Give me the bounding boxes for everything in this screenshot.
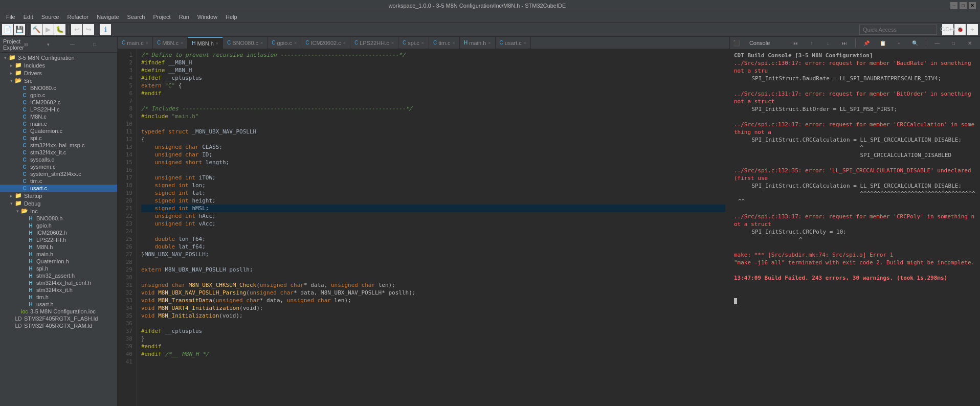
close-button[interactable]: ✕ bbox=[969, 2, 976, 9]
explorer-maximize-icon[interactable]: □ bbox=[93, 42, 114, 47]
tree-item-Quaternion-c[interactable]: CQuaternion.c bbox=[0, 127, 117, 134]
editor-tab-spic[interactable]: Cspi.c× bbox=[398, 37, 429, 49]
quick-access-input[interactable] bbox=[859, 25, 937, 35]
menu-item-search[interactable]: Search bbox=[123, 13, 149, 21]
editor-tab-ICM20602c[interactable]: CICM20602.c× bbox=[301, 37, 350, 49]
tree-item-BNO080-h[interactable]: HBNO080.h bbox=[0, 215, 117, 222]
perspective-c-button[interactable]: C/C++ bbox=[942, 24, 953, 35]
tree-item-stm32f4xx-hal-msp-c[interactable]: Cstm32f4xx_hal_msp.c bbox=[0, 142, 117, 149]
tab-close-button[interactable]: × bbox=[488, 40, 491, 46]
save-button[interactable]: 💾 bbox=[14, 24, 25, 35]
tree-item-stm32-assert-h[interactable]: Hstm32_assert.h bbox=[0, 272, 117, 279]
tab-close-button[interactable]: × bbox=[216, 41, 218, 46]
tree-item-Includes[interactable]: ▸📁Includes bbox=[0, 61, 117, 69]
menu-item-navigate[interactable]: Navigate bbox=[93, 13, 123, 21]
menu-item-refactor[interactable]: Refactor bbox=[63, 13, 93, 21]
redo-button[interactable]: ↪ bbox=[83, 24, 94, 35]
run-button[interactable]: ▶ bbox=[42, 24, 54, 35]
explorer-icon-1[interactable]: ⊞ bbox=[24, 42, 45, 47]
explorer-icon-2[interactable]: ▾ bbox=[47, 42, 68, 47]
editor-tab-M8Nh[interactable]: HM8N.h× bbox=[188, 37, 223, 49]
tree-item-main-h[interactable]: Hmain.h bbox=[0, 251, 117, 258]
editor-tab-gpioc[interactable]: Cgpio.c× bbox=[268, 37, 301, 49]
tree-item-gpio-h[interactable]: Hgpio.h bbox=[0, 222, 117, 229]
tree-item-Inc[interactable]: ▾📂Inc bbox=[0, 207, 117, 215]
editor-tab-mainc[interactable]: Cmain.c× bbox=[118, 37, 153, 49]
tree-item-system-stm32f4xx-c[interactable]: Csystem_stm32f4xx.c bbox=[0, 170, 117, 177]
tree-item-Quaternion-h[interactable]: HQuaternion.h bbox=[0, 258, 117, 265]
tab-close-button[interactable]: × bbox=[452, 40, 455, 46]
tree-item-gpio-c[interactable]: Cgpio.c bbox=[0, 92, 117, 99]
tree-item-BNO080-c[interactable]: CBNO080.c bbox=[0, 84, 117, 92]
console-prev-button[interactable]: ↑ bbox=[805, 39, 819, 47]
tab-close-button[interactable]: × bbox=[146, 40, 148, 46]
tree-item-3-5-M8N-Configuration[interactable]: ▾📁3-5 M8N Configuration bbox=[0, 54, 117, 61]
explorer-minimize-icon[interactable]: — bbox=[70, 42, 91, 47]
menu-item-project[interactable]: Project bbox=[149, 13, 174, 21]
tree-item-syscalls-c[interactable]: Csyscalls.c bbox=[0, 156, 117, 163]
tree-item-spi-c[interactable]: Cspi.c bbox=[0, 134, 117, 142]
tab-close-button[interactable]: × bbox=[524, 40, 526, 46]
console-pin-button[interactable]: 📌 bbox=[859, 39, 874, 47]
menu-item-file[interactable]: File bbox=[2, 13, 19, 21]
console-filter-button[interactable]: 🔍 bbox=[908, 39, 922, 47]
editor-tab-M8Nc[interactable]: CM8N.c× bbox=[153, 37, 188, 49]
maximize-button[interactable]: □ bbox=[960, 2, 967, 9]
menu-item-help[interactable]: Help bbox=[221, 13, 241, 21]
console-end-button[interactable]: ⏭ bbox=[837, 39, 852, 47]
tree-item-tim-h[interactable]: Htim.h bbox=[0, 294, 117, 301]
editor-tab-timc[interactable]: Ctim.c× bbox=[429, 37, 460, 49]
editor-tab-LPS22HHc[interactable]: CLPS22HH.c× bbox=[350, 37, 398, 49]
tree-item-Debug[interactable]: ▾📁Debug bbox=[0, 199, 117, 207]
menu-item-window[interactable]: Window bbox=[193, 13, 221, 21]
menu-item-edit[interactable]: Edit bbox=[19, 13, 37, 21]
tree-item-stm32f4xx-hal-conf-h[interactable]: Hstm32f4xx_hal_conf.h bbox=[0, 279, 117, 286]
minimize-button[interactable]: ─ bbox=[950, 2, 957, 9]
perspective-debug-button[interactable]: 🐞 bbox=[954, 24, 966, 35]
tree-item-3-5-M8N-Configuration-ioc[interactable]: ioc3-5 M8N Configuration.ioc bbox=[0, 308, 117, 315]
tree-item-LPS22HH-h[interactable]: HLPS22HH.h bbox=[0, 236, 117, 243]
tree-item-LPS22HH-c[interactable]: CLPS22HH.c bbox=[0, 106, 117, 113]
tree-item-usart-h[interactable]: Husart.h bbox=[0, 301, 117, 308]
tree-item-sysmem-c[interactable]: Csysmem.c bbox=[0, 163, 117, 170]
tree-item-usart-c[interactable]: Cusart.c bbox=[0, 185, 117, 192]
console-minimize-button[interactable]: — bbox=[930, 39, 944, 47]
perspective-add-button[interactable]: + bbox=[967, 24, 978, 35]
tree-item-Src[interactable]: ▾📂Src bbox=[0, 77, 117, 84]
tab-close-button[interactable]: × bbox=[391, 40, 394, 46]
tree-item-STM32F405RGTX-RAM-ld[interactable]: LDSTM32F405RGTX_RAM.ld bbox=[0, 322, 117, 329]
tab-close-button[interactable]: × bbox=[294, 40, 297, 46]
editor-tab-mainh[interactable]: Hmain.h× bbox=[460, 37, 496, 49]
console-clear-button[interactable]: ⏮ bbox=[788, 39, 803, 47]
code-content[interactable]: /* Define to prevent recursive inclusion… bbox=[137, 49, 729, 406]
tree-item-main-c[interactable]: Cmain.c bbox=[0, 120, 117, 127]
tab-close-button[interactable]: × bbox=[343, 40, 346, 46]
tree-item-M8N-c[interactable]: CM8N.c bbox=[0, 113, 117, 120]
console-maximize-button[interactable]: □ bbox=[946, 39, 961, 47]
tree-item-spi-h[interactable]: Hspi.h bbox=[0, 265, 117, 272]
console-output[interactable]: CDT Build Console [3-5 M8N Configuration… bbox=[730, 50, 980, 406]
new-file-button[interactable]: 📄 bbox=[2, 24, 13, 35]
console-next-button[interactable]: ↓ bbox=[821, 39, 835, 47]
debug-button[interactable]: 🐛 bbox=[54, 24, 65, 35]
build-button[interactable]: 🔨 bbox=[31, 24, 42, 35]
info-button[interactable]: ℹ bbox=[100, 24, 111, 35]
tab-close-button[interactable]: × bbox=[421, 40, 424, 46]
tree-item-stm32f4xx-it-c[interactable]: Cstm32f4xx_it.c bbox=[0, 149, 117, 156]
editor-tab-usartc[interactable]: Cusart.c× bbox=[496, 37, 531, 49]
console-copy-button[interactable]: 📋 bbox=[876, 39, 890, 47]
tab-close-button[interactable]: × bbox=[260, 40, 263, 46]
tree-item-ICM20602-c[interactable]: CICM20602.c bbox=[0, 99, 117, 106]
menu-item-source[interactable]: Source bbox=[37, 13, 63, 21]
tree-item-ICM20602-h[interactable]: HICM20602.h bbox=[0, 229, 117, 236]
undo-button[interactable]: ↩ bbox=[71, 24, 82, 35]
tree-item-M8N-h[interactable]: HM8N.h bbox=[0, 243, 117, 251]
menu-item-run[interactable]: Run bbox=[175, 13, 193, 21]
tree-item-STM32F405RGTX-FLASH-ld[interactable]: LDSTM32F405RGTX_FLASH.ld bbox=[0, 315, 117, 322]
console-close-button[interactable]: ✕ bbox=[963, 39, 977, 47]
tree-item-Startup[interactable]: ▸📁Startup bbox=[0, 192, 117, 199]
tab-close-button[interactable]: × bbox=[181, 40, 183, 46]
tree-item-Drivers[interactable]: ▸📁Drivers bbox=[0, 69, 117, 77]
tree-item-stm32f4xx-it-h[interactable]: Hstm32f4xx_it.h bbox=[0, 286, 117, 294]
editor-tab-BNO080c[interactable]: CBNO080.c× bbox=[223, 37, 268, 49]
